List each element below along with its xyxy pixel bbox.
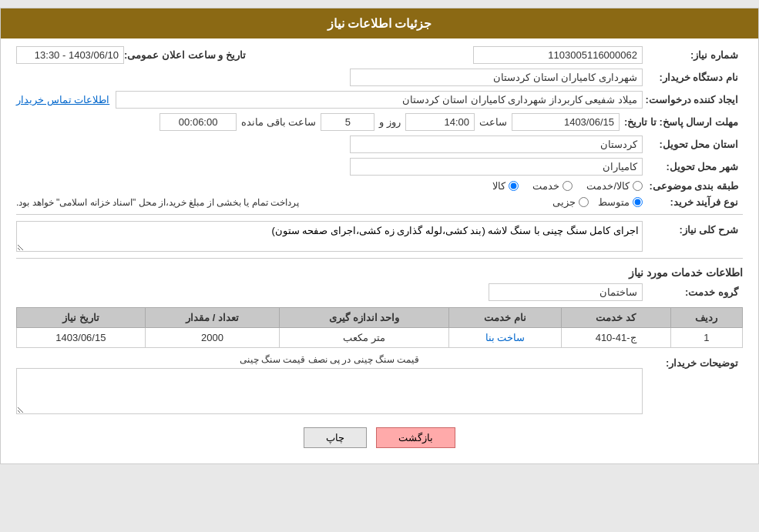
buyer-org-value: شهرداری کامیاران استان کردستان [350, 69, 643, 86]
category-radio-khedmat: خدمت [532, 180, 573, 192]
category-radio-kala-label: کالا [492, 180, 505, 192]
category-radio-group: کالا/خدمت خدمت کالا [492, 180, 643, 192]
row-service-group: گروه خدمت: ساختمان [16, 283, 743, 301]
deadline-countdown: 00:06:00 [160, 113, 237, 131]
city-value: کامیاران [350, 158, 643, 176]
deadline-time-label: ساعت [475, 116, 512, 128]
announce-datetime-label: تاریخ و ساعت اعلان عمومی: [124, 49, 250, 61]
row-buyer-org: نام دستگاه خریدار: شهرداری کامیاران استا… [16, 69, 743, 86]
buyer-notes-textarea[interactable] [16, 368, 643, 414]
col-row: ردیف [670, 308, 742, 328]
service-table: ردیف کد خدمت نام خدمت واحد اندازه گیری ت… [16, 307, 743, 348]
deadline-days: 5 [321, 113, 374, 131]
page-container: جزئیات اطلاعات نیاز شماره نیاز: 11030051… [0, 8, 759, 464]
col-date: تاریخ نیاز [17, 308, 146, 328]
col-qty: تعداد / مقدار [145, 308, 279, 328]
cell-qty: 2000 [145, 328, 279, 348]
row-creator: ایجاد کننده درخواست: میلاد شفیعی کاربردا… [16, 91, 743, 109]
row-buyer-notes: توضیحات خریدار: قیمت سنگ چینی در پی نصف … [16, 354, 743, 417]
province-label: استان محل تحویل: [643, 139, 743, 150]
divider-1 [16, 214, 743, 215]
col-unit: واحد اندازه گیری [280, 308, 449, 328]
buyer-org-label: نام دستگاه خریدار: [643, 72, 743, 83]
need-number-value: 1103005116000062 [473, 46, 643, 64]
cell-row: 1 [670, 328, 742, 348]
purchase-radio-motavasset-label: متوسط [598, 196, 630, 208]
need-number-label: شماره نیاز: [643, 49, 743, 61]
row-province: استان محل تحویل: کردستان [16, 136, 743, 153]
description-label: شرح کلی نیاز: [643, 221, 743, 236]
description-textarea[interactable] [16, 221, 643, 252]
province-value: کردستان [350, 136, 643, 153]
purchase-note: پرداخت تمام یا بخشی از مبلغ خرید،از محل … [16, 197, 299, 208]
purchase-type-label: نوع فرآیند خرید: [643, 196, 743, 208]
service-group-value: ساختمان [489, 283, 643, 301]
deadline-date: 1403/06/15 [512, 113, 620, 131]
content-area: شماره نیاز: 1103005116000062 تاریخ و ساع… [1, 38, 758, 463]
purchase-radio-jozi-input[interactable] [579, 197, 589, 207]
category-radio-khedmat-input[interactable] [563, 181, 573, 191]
row-purchase-type: نوع فرآیند خرید: متوسط جزیی پرداخت تمام … [16, 196, 743, 208]
header-title: جزئیات اطلاعات نیاز [327, 17, 432, 30]
buttons-row: بازگشت چاپ [16, 427, 743, 448]
deadline-label: مهلت ارسال پاسخ: تا تاریخ: [620, 116, 743, 128]
purchase-radio-motavasset: متوسط [598, 196, 643, 208]
creator-label: ایجاد کننده درخواست: [643, 94, 743, 105]
cell-name: ساخت بنا [449, 328, 562, 348]
purchase-radio-jozi: جزیی [552, 196, 589, 208]
table-row: 1 ج-41-410 ساخت بنا متر مکعب 2000 1403/0… [17, 328, 743, 348]
divider-2 [16, 258, 743, 259]
page-header: جزئیات اطلاعات نیاز [1, 8, 758, 38]
service-group-label: گروه خدمت: [643, 286, 743, 298]
col-code: کد خدمت [561, 308, 670, 328]
row-description: شرح کلی نیاز: [16, 221, 743, 252]
category-radio-kala-input[interactable] [509, 181, 519, 191]
category-radio-khedmat-label: خدمت [532, 180, 559, 192]
category-radio-kala-khedmat-label: کالا/خدمت [586, 180, 630, 192]
deadline-time: 14:00 [405, 113, 475, 131]
cell-date: 1403/06/15 [17, 328, 146, 348]
category-radio-kala: کالا [492, 180, 519, 192]
print-button[interactable]: چاپ [304, 427, 367, 448]
category-label: طبقه بندی موضوعی: [643, 180, 743, 192]
services-section-label: اطلاعات خدمات مورد نیاز [16, 266, 743, 279]
buyer-notes-label: توضیحات خریدار: [643, 354, 743, 369]
buyer-notes-wrapper: قیمت سنگ چینی در پی نصف قیمت سنگ چینی [16, 354, 643, 417]
city-label: شهر محل تحویل: [643, 161, 743, 172]
row-deadline: مهلت ارسال پاسخ: تا تاریخ: 1403/06/15 سا… [16, 113, 743, 131]
row-need-number: شماره نیاز: 1103005116000062 تاریخ و ساع… [16, 46, 743, 64]
cell-code: ج-41-410 [561, 328, 670, 348]
category-radio-kala-khedmat-input[interactable] [633, 181, 643, 191]
purchase-type-group: متوسط جزیی [552, 196, 643, 208]
contact-link[interactable]: اطلاعات تماس خریدار [16, 94, 109, 105]
deadline-countdown-label: ساعت باقی مانده [237, 116, 321, 128]
purchase-radio-jozi-label: جزیی [552, 196, 576, 208]
category-radio-kala-khedmat: کالا/خدمت [586, 180, 643, 192]
buyer-notes-value: قیمت سنگ چینی در پی نصف قیمت سنگ چینی [16, 354, 643, 365]
purchase-radio-motavasset-input[interactable] [633, 197, 643, 207]
row-city: شهر محل تحویل: کامیاران [16, 158, 743, 176]
cell-unit: متر مکعب [280, 328, 449, 348]
back-button[interactable]: بازگشت [376, 427, 455, 448]
row-category: طبقه بندی موضوعی: کالا/خدمت خدمت کالا [16, 180, 743, 192]
col-name: نام خدمت [449, 308, 562, 328]
creator-value: میلاد شفیعی کاربرداز شهرداری کامیاران اس… [116, 91, 643, 109]
announce-datetime-value: 1403/06/10 - 13:30 [16, 46, 124, 64]
deadline-days-label: روز و [374, 116, 405, 128]
